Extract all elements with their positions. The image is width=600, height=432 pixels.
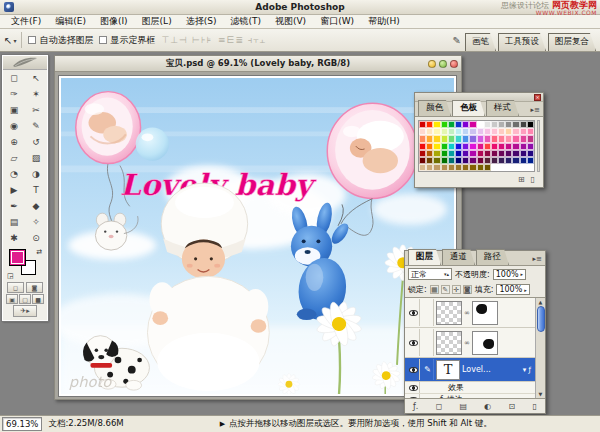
visibility-eye-icon[interactable] [409,340,418,346]
layer-name[interactable]: Lovel... [462,365,521,374]
color-swatch[interactable] [462,128,469,135]
color-swatch[interactable] [498,128,505,135]
color-swatch[interactable] [419,121,426,128]
layer-set-icon[interactable]: ▤ [460,402,468,411]
color-swatch[interactable] [512,157,519,164]
color-swatch[interactable] [448,121,455,128]
visibility-eye-icon[interactable] [409,310,418,316]
crop-tool[interactable]: ▣ [3,102,25,118]
color-swatch[interactable] [419,143,426,150]
history-brush-tool[interactable]: ↺ [25,134,47,150]
color-swatch[interactable] [469,150,476,157]
color-swatch[interactable] [498,157,505,164]
panel-menu-icon[interactable]: ▸≡ [533,255,542,263]
swatches-scrollbar[interactable] [537,120,540,172]
pen-tool[interactable]: ✒ [3,198,25,214]
color-swatch[interactable] [520,121,527,128]
color-swatch[interactable] [433,157,440,164]
color-swatch[interactable] [512,143,519,150]
rectangular-marquee-tool[interactable]: ◻ [3,70,25,86]
color-swatch[interactable] [455,135,462,142]
color-swatch[interactable] [527,121,534,128]
fullscreen-menubar-button[interactable]: ▢ [19,294,31,304]
color-swatch[interactable] [426,150,433,157]
color-swatch[interactable] [491,157,498,164]
color-swatch[interactable] [505,157,512,164]
color-swatch[interactable] [520,128,527,135]
color-swatch[interactable] [433,143,440,150]
color-swatch[interactable] [498,143,505,150]
color-swatch[interactable] [462,150,469,157]
layer-mask-icon[interactable]: ◻ [436,402,443,411]
maximize-button[interactable] [439,60,447,68]
path-selection-tool[interactable]: ▶ [3,182,25,198]
color-swatch[interactable] [512,135,519,142]
color-swatch[interactable] [455,150,462,157]
panel-tab[interactable]: 样式 [486,100,519,116]
color-swatch[interactable] [491,121,498,128]
delete-layer-icon[interactable]: ▯ [533,402,537,411]
color-swatch[interactable] [477,157,484,164]
color-swatch[interactable] [426,121,433,128]
color-swatch[interactable] [426,128,433,135]
palette-well-tab[interactable]: 工具预设 [498,33,546,51]
color-swatch[interactable] [448,157,455,164]
color-swatch[interactable] [441,121,448,128]
color-swatch[interactable] [469,128,476,135]
document-title-bar[interactable]: 宝贝.psd @ 69.1% (Lovely baby, RGB/8) [55,56,461,72]
gradient-tool[interactable]: ▨ [25,150,47,166]
empty-swatch[interactable] [505,164,512,171]
zoom-level-field[interactable]: 69.13% [2,417,42,431]
blur-tool[interactable]: ◔ [3,166,25,182]
color-swatch[interactable] [448,143,455,150]
color-swatch[interactable] [433,135,440,142]
color-swatch[interactable] [448,150,455,157]
document-size-info[interactable]: 文档:2.25M/8.66M [48,418,123,430]
color-swatch[interactable] [512,128,519,135]
menu-item[interactable]: 选择(S) [179,15,224,28]
eraser-tool[interactable]: ▱ [3,150,25,166]
panel-tab[interactable]: 路径 [476,249,509,265]
canvas[interactable]: Lovely baby [61,78,454,394]
menu-item[interactable]: 窗口(W) [313,15,361,28]
blend-mode-select[interactable]: 正常▾▴ [408,268,452,280]
type-tool[interactable]: T [25,182,47,198]
panel-tab[interactable]: 图层 [408,249,441,265]
color-swatch[interactable] [441,143,448,150]
move-tool[interactable]: ↖ [25,70,47,86]
color-swatch[interactable] [455,128,462,135]
color-swatch[interactable] [520,143,527,150]
menu-item[interactable]: 帮助(H) [361,15,407,28]
panel-menu-icon[interactable]: ▸≡ [531,106,540,114]
layer-row[interactable]: ∞ [405,298,535,328]
color-swatch[interactable] [527,135,534,142]
opacity-field[interactable]: 100%▸ [493,269,526,280]
menu-item[interactable]: 编辑(E) [48,15,93,28]
standard-screen-button[interactable]: ▣ [6,294,18,304]
layers-scrollbar[interactable]: ▲ ▼ [535,298,545,398]
dodge-tool[interactable]: ◑ [25,166,47,182]
text-layer-row[interactable]: ✎TLovel...▾ ƒ [405,358,535,382]
color-swatch[interactable] [448,135,455,142]
color-swatch[interactable] [477,121,484,128]
custom-shape-tool[interactable]: ◆ [25,198,47,214]
hand-tool[interactable]: ✱ [3,230,25,246]
empty-swatch[interactable] [527,164,534,171]
color-swatch[interactable] [419,150,426,157]
color-swatch[interactable] [484,128,491,135]
color-swatch[interactable] [491,150,498,157]
auto-select-layer-option[interactable]: 自动选择图层 [28,34,93,47]
color-swatch[interactable] [491,128,498,135]
layer-mask-thumbnail[interactable] [472,301,498,325]
new-layer-icon[interactable]: ⊡ [509,402,516,411]
color-swatch[interactable] [441,157,448,164]
jump-to-imageready-button[interactable]: ✈▸ [13,305,37,317]
lock-pixels-icon[interactable]: ✎ [441,285,450,294]
notes-tool[interactable]: ▤ [3,214,25,230]
color-swatch[interactable] [433,164,440,171]
layer-effects-badges[interactable]: ▾ ƒ [523,366,533,374]
color-swatch[interactable] [505,128,512,135]
palette-well-tab[interactable]: 画笔 [465,33,496,51]
color-swatch[interactable] [448,164,455,171]
auto-select-checkbox[interactable] [28,36,36,44]
